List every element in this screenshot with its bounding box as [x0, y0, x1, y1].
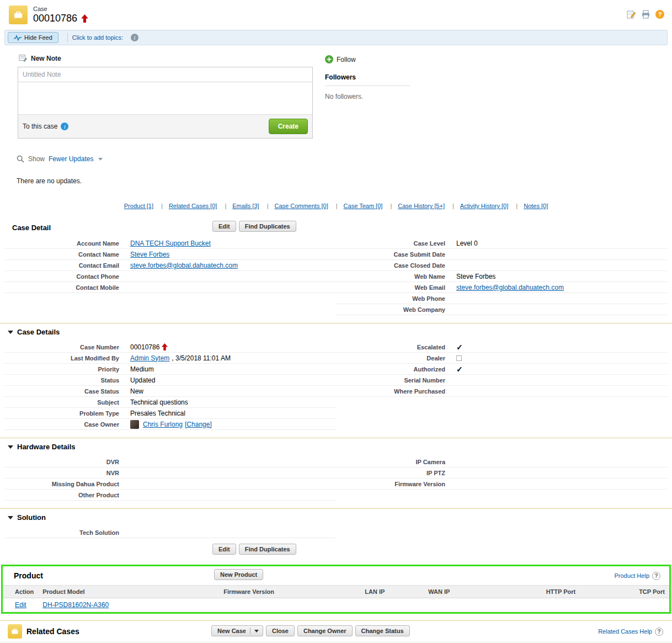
create-note-button[interactable]: Create [269, 119, 308, 134]
find-duplicates-button[interactable]: Find Duplicates [239, 221, 296, 232]
case-icon [9, 6, 28, 24]
case-detail-left-column: Account NameDNA TECH Support Bucket Cont… [4, 238, 336, 315]
change-status-button[interactable]: Change Status [355, 625, 410, 636]
field-row: Tech Solution [4, 527, 336, 538]
hardware-right-column: IP Camera IP PTZ Firmware Version [336, 456, 668, 501]
note-body-input[interactable] [18, 82, 312, 114]
field-label: Case Level [336, 240, 451, 247]
field-row: Where Purchased [336, 386, 668, 397]
solution-left-column: Tech Solution [4, 527, 336, 538]
row-edit-link[interactable]: Edit [15, 601, 26, 609]
last-modified-by-link[interactable]: Admin Sytem [130, 354, 169, 362]
field-row: StatusUpdated [4, 375, 336, 386]
collapse-triangle-icon[interactable] [8, 331, 13, 334]
new-case-button[interactable]: New Case [211, 625, 263, 636]
link-emails[interactable]: Emails [3] [232, 203, 259, 209]
priority-value: Medium [125, 364, 154, 374]
status-value: Updated [125, 375, 155, 385]
topics-info-icon[interactable]: i [131, 34, 138, 41]
field-label: Web Email [336, 284, 451, 291]
case-details-title: Case Details [17, 328, 60, 336]
note-title-input[interactable] [18, 67, 312, 82]
follow-plus-icon[interactable] [325, 55, 333, 63]
edit-note-icon[interactable] [627, 10, 636, 19]
case-status-value: New [125, 386, 143, 396]
field-label: Subject [4, 399, 125, 406]
change-owner-button[interactable]: Change Owner [297, 625, 353, 636]
column-header-action: Action [3, 586, 38, 598]
contact-email-link[interactable]: steve.forbes@global.dahuatech.com [130, 262, 238, 269]
note-info-icon[interactable]: i [61, 123, 68, 130]
field-label: Last Modified By [4, 355, 125, 362]
chevron-down-icon[interactable] [98, 158, 103, 161]
related-cases-title: Related Cases [26, 627, 79, 636]
feed-toolbar: Hide Feed Click to add topics: i [4, 30, 668, 45]
field-row: Contact Mobile [4, 282, 336, 293]
link-product[interactable]: Product [1] [124, 203, 153, 209]
question-mark-icon[interactable]: ? [652, 572, 660, 580]
briefcase-icon [13, 9, 24, 20]
field-label: Case Status [4, 388, 125, 395]
help-icon[interactable]: ? [655, 10, 664, 19]
new-note-title: New Note [31, 55, 61, 62]
find-duplicates-button[interactable]: Find Duplicates [239, 544, 296, 555]
checkbox-unchecked-icon [456, 355, 462, 361]
case-submit-date-value [451, 249, 456, 259]
change-owner-link[interactable]: [Change] [185, 421, 212, 428]
add-topics-link[interactable]: Click to add topics: [72, 34, 123, 41]
field-row: Authorized✓ [336, 364, 668, 375]
field-row: Case Number00010786 [4, 342, 336, 353]
new-note-panel: New Note To this case i Create [18, 53, 313, 139]
row-firmware-version [219, 598, 360, 612]
link-case-comments[interactable]: Case Comments [0] [274, 203, 328, 209]
toolbar-separator [67, 33, 68, 42]
contact-name-link[interactable]: Steve Forbes [130, 251, 169, 258]
follow-link[interactable]: Follow [337, 56, 356, 63]
briefcase-icon [10, 627, 19, 636]
hide-feed-button[interactable]: Hide Feed [8, 32, 58, 43]
search-icon[interactable] [17, 155, 24, 163]
question-mark-icon[interactable]: ? [655, 628, 663, 636]
link-related-cases[interactable]: Related Cases [0] [169, 203, 217, 209]
field-row: Problem TypePresales Technical [4, 408, 336, 419]
link-activity-history[interactable]: Activity History [0] [460, 203, 508, 209]
related-cases-header: Related Cases New Case Close Change Owne… [0, 621, 672, 642]
field-row: Missing Dahua Product [4, 479, 336, 490]
related-cases-help-link[interactable]: Related Cases Help [598, 628, 652, 635]
column-header-tcp-port: TCP Port [580, 586, 669, 598]
firmware-version-value [451, 479, 456, 489]
field-label: Status [4, 377, 125, 384]
product-title: Product [14, 571, 43, 580]
new-case-dropdown-arrow[interactable] [250, 628, 263, 634]
edit-button[interactable]: Edit [212, 221, 236, 232]
avatar [130, 420, 139, 429]
link-case-history[interactable]: Case History [5+] [398, 203, 445, 209]
case-details-section: Case Details Case Number00010786 Last Mo… [0, 323, 672, 430]
web-email-link[interactable]: steve.forbes@global.dahuatech.com [456, 284, 564, 291]
print-icon[interactable] [641, 10, 650, 19]
field-row: DVR [4, 456, 336, 467]
field-row: Web Phone [336, 293, 668, 304]
link-case-team[interactable]: Case Team [0] [344, 203, 383, 209]
field-row: PriorityMedium [4, 364, 336, 375]
related-list-links: Product [1] Related Cases [0] Emails [3]… [0, 203, 672, 209]
new-product-button[interactable]: New Product [214, 569, 263, 580]
case-owner-link[interactable]: Chris Furlong [143, 421, 183, 428]
link-notes[interactable]: Notes [0] [524, 203, 548, 209]
account-name-link[interactable]: DNA TECH Support Bucket [130, 240, 211, 247]
follow-panel: Follow Followers No followers. [325, 53, 413, 139]
collapse-triangle-icon[interactable] [8, 445, 13, 449]
close-case-button[interactable]: Close [266, 625, 295, 636]
column-header-http-port: HTTP Port [489, 586, 580, 598]
field-label: Escalated [336, 344, 451, 350]
product-model-link[interactable]: DH-PSD81602N-A360 [42, 601, 109, 609]
collapse-triangle-icon[interactable] [8, 516, 13, 519]
product-help-link[interactable]: Product Help [614, 572, 649, 579]
case-detail-section: Case Detail Edit Find Duplicates Account… [0, 219, 672, 315]
field-row: Case LevelLevel 0 [336, 238, 668, 249]
field-row: Serial Number [336, 375, 668, 386]
updates-filter-link[interactable]: Fewer Updates [49, 155, 93, 163]
edit-button[interactable]: Edit [212, 544, 236, 555]
field-row: Case StatusNew [4, 386, 336, 397]
followers-heading: Followers [325, 73, 410, 86]
